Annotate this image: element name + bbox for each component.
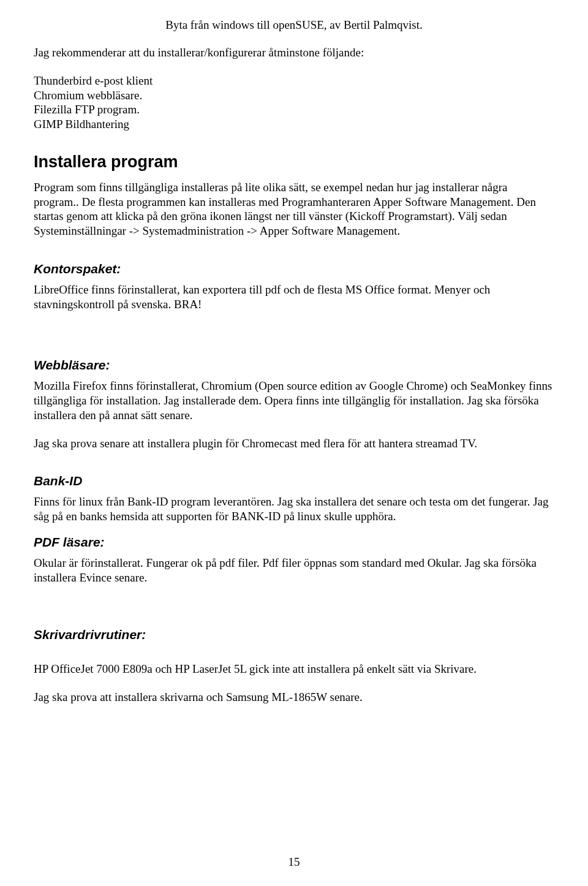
- bankid-body: Finns för linux från Bank-ID program lev…: [34, 494, 554, 524]
- spacer: [34, 312, 554, 335]
- heading-skrivardrivrutiner: Skrivardrivrutiner:: [34, 627, 554, 642]
- page-number: 15: [0, 855, 588, 869]
- skrivardrivrutiner-body-1: HP OfficeJet 7000 E809a och HP LaserJet …: [34, 662, 554, 676]
- document-page: Byta från windows till openSUSE, av Bert…: [0, 0, 588, 886]
- skrivardrivrutiner-body-2: Jag ska prova att installera skrivarna o…: [34, 690, 554, 705]
- spacer: [34, 424, 554, 436]
- spacer: [34, 648, 554, 662]
- heading-webblasare: Webbläsare:: [34, 358, 554, 373]
- intro-list-item: Chromium webbläsare.: [34, 88, 554, 103]
- heading-bank-id: Bank-ID: [34, 474, 554, 488]
- spacer: [34, 678, 554, 690]
- page-header: Byta från windows till openSUSE, av Bert…: [34, 18, 554, 32]
- heading-kontorspaket: Kontorspaket:: [34, 262, 554, 276]
- webblasare-body-1: Mozilla Firefox finns förinstallerat, Ch…: [34, 379, 554, 422]
- installera-body: Program som finns tillgängliga installer…: [34, 180, 554, 238]
- intro-list-item: Thunderbird e-post klient: [34, 74, 554, 88]
- heading-installera-program: Installera program: [34, 153, 554, 172]
- pdf-body: Okular är förinstallerat. Fungerar ok på…: [34, 556, 554, 585]
- webblasare-body-2: Jag ska prova senare att installera plug…: [34, 436, 554, 451]
- intro-list-item: GIMP Bildhantering: [34, 117, 554, 132]
- kontorspaket-body: LibreOffice finns förinstallerat, kan ex…: [34, 282, 554, 312]
- intro-paragraph: Jag rekommenderar att du installerar/kon…: [34, 45, 554, 60]
- spacer: [34, 61, 554, 74]
- intro-list-item: Filezilla FTP program.: [34, 102, 554, 117]
- spacer: [34, 586, 554, 604]
- heading-pdf-lasare: PDF läsare:: [34, 535, 554, 550]
